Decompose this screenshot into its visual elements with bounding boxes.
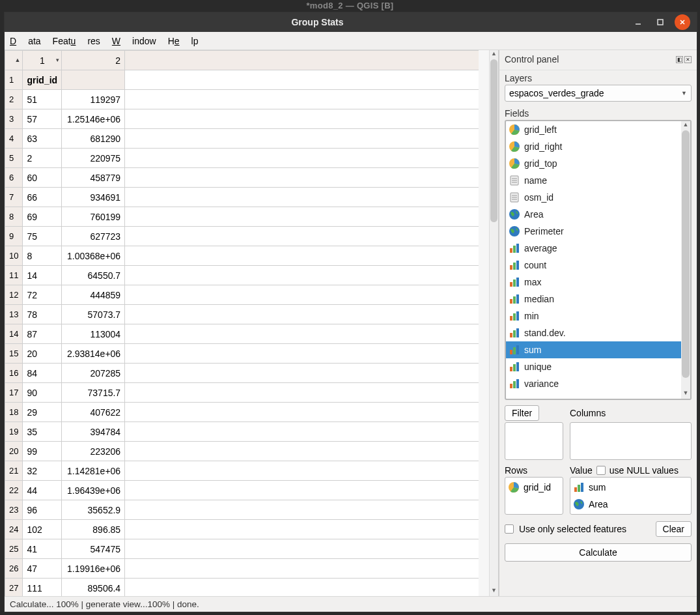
cell-value[interactable]: 407622 [62,403,125,422]
cell-grid-id[interactable]: 96 [23,500,62,520]
cell-grid-id[interactable]: 63 [23,129,62,149]
row-number[interactable]: 14 [5,324,23,344]
cell-grid-id[interactable]: 102 [23,520,62,539]
cell-grid-id[interactable]: 14 [23,266,62,285]
cell-grid-id[interactable]: 8 [23,246,62,266]
cell-grid-id[interactable]: 47 [23,559,62,579]
cell-value[interactable]: 1.00368e+06 [62,246,125,266]
cell-value[interactable]: 119297 [62,90,125,109]
table-row[interactable]: 179073715.7 [5,383,479,403]
table-row[interactable]: 24102896.85 [5,520,479,539]
filter-dropzone[interactable] [505,422,563,460]
table-row[interactable]: 2541547475 [5,539,479,559]
table-row[interactable]: 660458779 [5,168,479,188]
cell-grid-id[interactable]: 78 [23,305,62,324]
cell-value[interactable]: 1.14281e+06 [62,461,125,481]
cell-grid-id[interactable]: 99 [23,442,62,461]
cell-value[interactable]: 627723 [62,227,125,246]
table-row[interactable]: 1081.00368e+06 [5,246,479,266]
layers-combo[interactable]: espacos_verdes_grade ▼ [505,85,692,102]
row-number[interactable]: 15 [5,344,23,364]
cell-value[interactable]: 760199 [62,207,125,227]
cell-grid-id[interactable]: 29 [23,403,62,422]
cell-value[interactable]: 220975 [62,149,125,168]
field-item-Area[interactable]: Area [506,206,681,223]
table-row[interactable]: 1487113004 [5,324,479,344]
clear-button[interactable]: Clear [656,521,692,537]
row-number[interactable]: 6 [5,168,23,188]
field-item-min[interactable]: min [506,308,681,324]
cell-value[interactable]: 2.93814e+06 [62,344,125,364]
menu-features[interactable]: Features [53,36,100,46]
table-row[interactable]: 1272444859 [5,285,479,305]
drop-item-Area[interactable]: Area [572,496,690,513]
table-row[interactable]: 2711189506.4 [5,579,479,597]
row-number[interactable]: 3 [5,109,23,129]
row-number[interactable]: 18 [5,403,23,422]
table-row[interactable]: 766934691 [5,188,479,207]
cell-grid-id[interactable]: 2 [23,149,62,168]
cell-grid-id[interactable]: 66 [23,188,62,207]
cell-grid-id[interactable]: 44 [23,481,62,500]
field-item-stand-dev-[interactable]: stand.dev. [506,324,681,341]
table-row[interactable]: 137857073.7 [5,305,479,324]
field-item-count[interactable]: count [506,257,681,274]
cell-grid-id[interactable]: 84 [23,364,62,383]
row-number[interactable]: 17 [5,383,23,403]
field-item-average[interactable]: average [506,240,681,257]
table-row[interactable]: 15202.93814e+06 [5,344,479,364]
grid-id-header[interactable]: grid_id [23,70,62,90]
cell-value[interactable]: 223206 [62,442,125,461]
fields-scrollbar[interactable]: ▲ ▼ [681,121,690,399]
row-number[interactable]: 21 [5,461,23,481]
cell-grid-id[interactable]: 111 [23,579,62,597]
row-number[interactable]: 23 [5,500,23,520]
row-number[interactable]: 2 [5,90,23,109]
drop-item-sum[interactable]: sum [572,479,690,496]
row-number[interactable]: 19 [5,422,23,442]
table-row[interactable]: 1935394784 [5,422,479,442]
row-number[interactable]: 8 [5,207,23,227]
table-row[interactable]: 463681290 [5,129,479,149]
cell-value[interactable]: 1.25146e+06 [62,109,125,129]
cell-value[interactable]: 934691 [62,188,125,207]
titlebar[interactable]: Group Stats [5,12,697,32]
row-number[interactable]: 22 [5,481,23,500]
table-scrollbar[interactable]: ▲ ▼ [489,50,498,596]
filter-button[interactable]: Filter [505,405,539,421]
row-number[interactable]: 7 [5,188,23,207]
cell-grid-id[interactable]: 41 [23,539,62,559]
cell-grid-id[interactable]: 75 [23,227,62,246]
field-item-Perimeter[interactable]: Perimeter [506,223,681,240]
menu-window[interactable]: Window [112,36,156,46]
field-item-sum[interactable]: sum [506,341,681,358]
row-number[interactable]: 11 [5,266,23,285]
field-item-grid_left[interactable]: grid_left [506,121,681,138]
cell-grid-id[interactable]: 35 [23,422,62,442]
table-row[interactable]: 26471.19916e+06 [5,559,479,579]
cell-value[interactable]: 458779 [62,168,125,188]
cell-value[interactable]: 35652.9 [62,500,125,520]
fields-list[interactable]: grid_leftgrid_rightgrid_topnameosm_idAre… [505,120,692,400]
row-number[interactable]: 5 [5,149,23,168]
cell-value[interactable]: 896.85 [62,520,125,539]
row-number[interactable]: 20 [5,442,23,461]
field-item-unique[interactable]: unique [506,358,681,375]
use-selected-checkbox[interactable] [505,524,514,534]
field-item-median[interactable]: median [506,291,681,308]
columns-dropzone[interactable] [570,422,692,460]
minimize-button[interactable] [630,14,646,30]
cell-grid-id[interactable]: 72 [23,285,62,305]
row-number[interactable]: 16 [5,364,23,383]
cell-value[interactable]: 394784 [62,422,125,442]
field-item-grid_right[interactable]: grid_right [506,138,681,155]
cell-grid-id[interactable]: 51 [23,90,62,109]
cell-value[interactable]: 64550.7 [62,266,125,285]
corner-cell[interactable]: ▲ [5,51,23,70]
value-dropzone[interactable]: sumArea [570,477,692,515]
cell-grid-id[interactable]: 90 [23,383,62,403]
results-table[interactable]: ▲ 1▾ 2 1▾ grid_id 2511192973571.25146e+0… [5,50,479,596]
table-row[interactable]: 239635652.9 [5,500,479,520]
field-item-name[interactable]: name [506,172,681,189]
row-number[interactable]: 27 [5,579,23,597]
